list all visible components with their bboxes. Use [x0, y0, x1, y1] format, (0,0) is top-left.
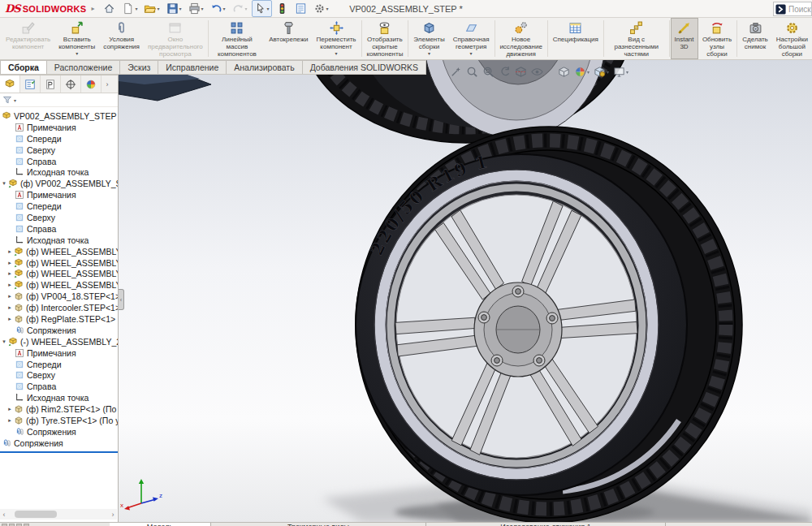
apply-scene-button[interactable]: ▾	[594, 66, 609, 78]
panel-flyout-handle[interactable]: ‹	[119, 289, 124, 310]
tree-item[interactable]: Примечания	[0, 347, 118, 359]
tree-item[interactable]: Исходная точка	[0, 235, 118, 246]
command-tab[interactable]: Добавления SOLIDWORKS	[303, 60, 426, 74]
redo-button[interactable]: ▾	[230, 0, 250, 17]
dropdown-caret-icon[interactable]: ▾	[76, 51, 78, 56]
snapshot-button[interactable]: Сделать снимок	[738, 18, 771, 59]
edit-appearance-button[interactable]: ▾	[574, 66, 590, 78]
command-tab[interactable]: Расположение	[47, 60, 120, 74]
tree-item[interactable]: Справа	[0, 381, 118, 392]
dropdown-caret-icon[interactable]: ▾	[335, 51, 338, 56]
status-tab[interactable]: Трехмерные виды	[211, 523, 426, 526]
bom-button[interactable]: Спецификация	[549, 18, 603, 59]
dropdown-caret-icon[interactable]: ▾	[470, 51, 473, 56]
home-button[interactable]	[101, 0, 118, 17]
collapse-arrow-icon[interactable]: ▾	[0, 338, 8, 345]
tree-item[interactable]: ▸(ф) WHEEL_ASSEMBLY_2.STEI	[0, 257, 118, 269]
open-button[interactable]: ▾	[141, 0, 162, 17]
print-button[interactable]: ▾	[186, 0, 206, 17]
expand-arrow-icon[interactable]: ▸	[6, 248, 14, 255]
tree-item[interactable]: Справа	[0, 223, 118, 235]
expand-arrow-icon[interactable]: ▸	[6, 316, 14, 322]
previous-view-button[interactable]	[499, 66, 511, 78]
tree-item[interactable]: ▸(ф) RegPlate.STEP<1> (По ум	[0, 313, 118, 325]
dropdown-caret-icon[interactable]: ▾	[607, 69, 609, 75]
dropdown-caret-icon[interactable]: ▾	[157, 6, 159, 11]
document-properties-button[interactable]	[292, 0, 309, 17]
dropdown-caret-icon[interactable]: ▾	[135, 6, 137, 11]
expand-arrow-icon[interactable]: ▸	[6, 260, 14, 266]
command-tab[interactable]: Эскиз	[120, 60, 158, 74]
tree-item[interactable]: Сверху	[0, 369, 118, 381]
save-button[interactable]: ▾	[164, 0, 184, 17]
expand-arrow-icon[interactable]: ▸	[6, 304, 14, 311]
3d-viewport[interactable]: 220/50 R19 1:10	[119, 60, 812, 522]
expand-arrow-icon[interactable]: ▸	[6, 282, 14, 288]
tree-item[interactable]: ▸(ф) VP004_18.STEP<1> (По у	[0, 291, 118, 302]
tree-item[interactable]: VP002_ASSEMBLY_STEP (По умолчан	[0, 110, 118, 122]
tree-item[interactable]: Справа	[0, 156, 118, 167]
tree-item[interactable]: Сверху	[0, 144, 118, 156]
tree-item[interactable]: ▾(-) WHEEL_ASSEMBLY_2_STEP.STE	[0, 336, 118, 347]
tree-item[interactable]: Сопряжения	[0, 325, 118, 336]
zoom-to-area-button[interactable]	[482, 66, 495, 78]
tree-item[interactable]: Спереди	[0, 200, 118, 212]
tree-item[interactable]: Спереди	[0, 133, 118, 144]
tree-item[interactable]: Сверху	[0, 212, 118, 223]
large-assembly-button[interactable]: Настройки большой сборки	[772, 18, 812, 59]
command-tab[interactable]: Анализировать	[227, 60, 302, 74]
tree-item[interactable]: Примечания	[0, 122, 118, 133]
dimxpertmanager-tab[interactable]	[61, 75, 81, 93]
dropdown-caret-icon[interactable]: ▾	[223, 6, 226, 11]
dropdown-caret-icon[interactable]: ▾	[428, 51, 430, 56]
command-tab[interactable]: Исправление	[158, 60, 227, 74]
scrollbar-thumb[interactable]	[15, 511, 57, 518]
tree-item[interactable]: Исходная точка	[0, 392, 118, 403]
tree-item[interactable]: Сопряжения	[0, 426, 118, 438]
tree-item[interactable]: ▾(ф) VP002_ASSEMBLY_STEP.STEP<	[0, 178, 118, 189]
status-tab[interactable]: Исследование движения 1	[426, 523, 666, 526]
tree-item[interactable]: Спереди	[0, 359, 118, 370]
tree-item[interactable]: ▸(ф) WHEEL_ASSEMBLY_2.STEI	[0, 279, 118, 291]
motion-study-button[interactable]: Новое исследование движения	[495, 18, 546, 59]
zoom-to-fit-button[interactable]	[466, 66, 478, 78]
status-tab[interactable]: Модель	[110, 523, 211, 526]
mate-button[interactable]: Условия сопряжения	[99, 18, 144, 59]
dropdown-caret-icon[interactable]: ▾	[626, 69, 628, 75]
dropdown-caret-icon[interactable]: ▾	[179, 6, 182, 11]
section-view-button[interactable]	[515, 66, 527, 78]
expand-arrow-icon[interactable]: ▸	[6, 270, 14, 277]
insert-components-button[interactable]: Вставить компоненты▾	[54, 18, 99, 59]
configurationmanager-tab[interactable]	[41, 75, 61, 93]
reference-geometry-button[interactable]: Справочная геометрия▾	[449, 18, 494, 59]
featuremanager-tab[interactable]	[0, 75, 20, 93]
menu-expand-arrow-icon[interactable]: ▸	[89, 5, 101, 12]
tree-item[interactable]: Примечания	[0, 189, 118, 200]
panel-tabs-overflow-icon[interactable]: ›	[102, 75, 113, 93]
dropdown-caret-icon[interactable]: ▾	[201, 6, 204, 11]
expand-arrow-icon[interactable]: ▸	[6, 293, 14, 300]
tree-item[interactable]: ▸(ф) Rim2.STEP<1> (По умол	[0, 403, 118, 415]
scroll-right-icon[interactable]: ›	[109, 511, 117, 519]
propertymanager-tab[interactable]	[20, 75, 41, 93]
display-style-button[interactable]	[558, 66, 570, 78]
tree-item[interactable]: ▸(ф) Intercooler.STEP<1> (По	[0, 302, 118, 313]
performance-evaluation-button[interactable]	[274, 0, 291, 17]
dropdown-caret-icon[interactable]: ▾	[245, 6, 248, 11]
view-settings-button[interactable]: ▾	[613, 66, 628, 78]
move-component-button[interactable]: Переместить компонент▾	[313, 18, 361, 59]
tree-item[interactable]: ▸(ф) WHEEL_ASSEMBLY_2.STEI	[0, 268, 118, 279]
tree-horizontal-scrollbar[interactable]: ‹ ›	[0, 509, 117, 520]
hide-show-items-button[interactable]	[531, 66, 543, 78]
new-document-button[interactable]: ▾	[119, 0, 140, 17]
scroll-left-icon[interactable]: ‹	[0, 511, 8, 519]
displaymanager-tab[interactable]	[81, 75, 102, 93]
assembly-features-button[interactable]: Элементы сборки▾	[409, 18, 448, 59]
tree-filter[interactable]: ▾	[0, 93, 118, 107]
search-box[interactable]: Поиск ко	[773, 2, 812, 16]
panel-splitter[interactable]	[0, 451, 118, 453]
options-button[interactable]: ▾	[311, 0, 331, 17]
linear-pattern-button[interactable]: Линейный массив компонентов▾	[209, 18, 265, 59]
preview-window-button[interactable]: Окно предварительного просмотра компонен…	[144, 18, 207, 59]
tree-item[interactable]: ▸(ф) Tyre.STEP<1> (По умолч	[0, 415, 118, 426]
